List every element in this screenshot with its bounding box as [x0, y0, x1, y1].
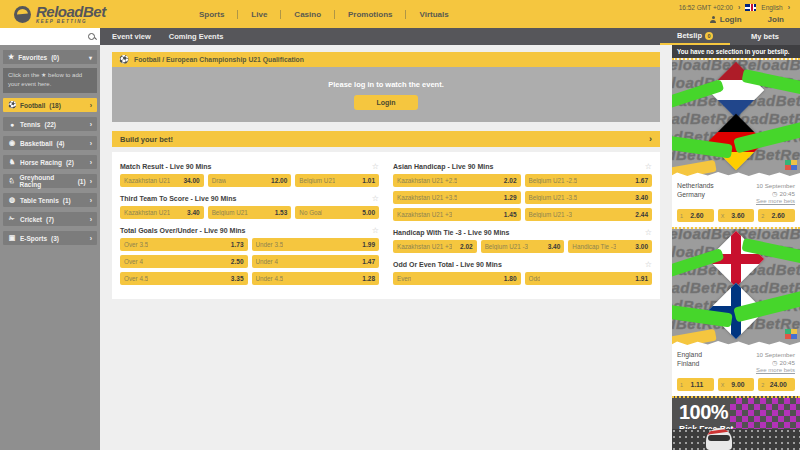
chevron-right-icon: ›	[90, 178, 92, 185]
selection-odds: 2.02	[456, 243, 473, 250]
odds-row: Kazakhstan U2134.00Draw12.00Belgium U211…	[120, 174, 379, 187]
odds-button[interactable]: Under 4.51.28	[252, 272, 380, 285]
promo-odds-button[interactable]: 11.11	[677, 378, 714, 391]
odds-button[interactable]: Kazakhstan U21 +31.45	[393, 208, 521, 221]
tab-event-view[interactable]: Event view	[112, 32, 151, 41]
odds-button[interactable]: Even1.80	[393, 272, 521, 285]
tab-coming-events[interactable]: Coming Events	[169, 32, 224, 41]
odds-button[interactable]: Kazakhstan U21 +32.02	[393, 240, 477, 253]
sidebar-item-basketball[interactable]: ◉Basketball(4)›	[3, 136, 97, 150]
join-button[interactable]: Join	[768, 15, 784, 24]
sidebar-item-greyhound-racing[interactable]: ♘Greyhound Racing(1)›	[3, 174, 97, 188]
odds-button[interactable]: Belgium U21 -32.44	[525, 208, 653, 221]
tab-betslip[interactable]: Betslip 0	[660, 28, 730, 45]
selection-odds: 1.29	[500, 194, 517, 201]
checker-pattern	[730, 398, 800, 432]
favorite-star-icon[interactable]: ☆	[645, 228, 652, 237]
odds-value: 1.11	[683, 381, 711, 388]
promo-odds-button[interactable]: X9.00	[718, 378, 755, 391]
nav-item-sports[interactable]: Sports	[186, 10, 238, 19]
odds-row: Kazakhstan U21 +3.51.29Belgium U21 -3.53…	[393, 191, 652, 204]
selection-odds: 2.02	[500, 177, 517, 184]
search-icon[interactable]	[88, 33, 96, 41]
selection-odds: 3.00	[631, 243, 648, 250]
odds-button[interactable]: Odd1.91	[525, 272, 653, 285]
clock-time[interactable]: 16:52 GMT +02:00	[679, 4, 733, 11]
odds-button[interactable]: Kazakhstan U213.40	[120, 206, 204, 219]
promo-odds-button[interactable]: X3.60	[718, 209, 755, 222]
odds-button[interactable]: Kazakhstan U2134.00	[120, 174, 204, 187]
favorite-star-icon[interactable]: ☆	[372, 194, 379, 203]
odds-button[interactable]: No Goal5.00	[295, 206, 379, 219]
promo-odds-row: 12.60X3.6022.60	[672, 206, 800, 227]
favorite-star-icon[interactable]: ☆	[645, 162, 652, 171]
nav-item-live[interactable]: Live	[238, 10, 281, 19]
odds-button[interactable]: Belgium U21 -3.53.40	[525, 191, 653, 204]
logo[interactable]: ReloadBet KEEP BETTING	[0, 4, 186, 25]
odds-button[interactable]: Under 3.51.99	[252, 238, 380, 251]
search-input[interactable]	[4, 33, 88, 40]
chevron-right-icon: ›	[90, 235, 92, 242]
odds-button[interactable]: Belgium U21 -33.40	[481, 240, 565, 253]
favorites-hint: Click on the ★ below to add your event h…	[3, 68, 97, 93]
odds-button[interactable]: Handicap Tie -33.00	[568, 240, 652, 253]
sidebar-item-horse-racing[interactable]: ♞Horse Racing(2)›	[3, 155, 97, 169]
login-button[interactable]: Login	[710, 15, 742, 24]
match-meta: 10 September◷20:45See more bets	[756, 182, 795, 204]
away-team-name: Finland	[677, 360, 702, 367]
nav-item-casino[interactable]: Casino	[281, 10, 335, 19]
risk-free-bet-banner[interactable]: 100% Risk Free Bet	[672, 396, 800, 450]
markets-column-right: Asian Handicap - Live 90 Mins☆Kazakhstan…	[393, 156, 652, 289]
promo-odds-button[interactable]: 12.60	[677, 209, 714, 222]
odds-button[interactable]: Over 42.50	[120, 255, 248, 268]
odds-button[interactable]: Belgium U21 -2.51.67	[525, 174, 653, 187]
odds-row: Kazakhstan U21 +32.02Belgium U21 -33.40H…	[393, 240, 652, 253]
odds-button[interactable]: Kazakhstan U21 +2.52.02	[393, 174, 521, 187]
see-more-bets-link[interactable]: See more bets	[756, 367, 795, 373]
sidebar-item-e-sports[interactable]: ▣E-Sports(3)›	[3, 231, 97, 245]
odds-button[interactable]: Belgium U211.01	[295, 174, 379, 187]
selection-label: Belgium U21 -3	[485, 243, 528, 250]
favorite-star-icon[interactable]: ☆	[645, 260, 652, 269]
odds-row: Over 42.50Under 41.47	[120, 255, 379, 268]
video-login-button[interactable]: Login	[354, 95, 417, 110]
odds-button[interactable]: Belgium U211.53	[208, 206, 292, 219]
sidebar-item-cricket[interactable]: ✁Cricket(7)›	[3, 212, 97, 226]
odds-row: Kazakhstan U21 +2.52.02Belgium U21 -2.51…	[393, 174, 652, 187]
promo-odds-button[interactable]: 224.00	[758, 378, 795, 391]
odds-button[interactable]: Under 41.47	[252, 255, 380, 268]
market-title: Total Goals Over/Under - Live 90 Mins	[120, 227, 246, 234]
language-selector[interactable]: English	[761, 4, 782, 11]
odds-button[interactable]: Over 3.51.73	[120, 238, 248, 251]
odds-value: 2.60	[764, 212, 792, 219]
sidebar-item-favorites[interactable]: ★ Favorites (0) ▾	[3, 50, 97, 64]
odds-button[interactable]: Draw12.00	[208, 174, 292, 187]
home-team-name: Netherlands	[677, 182, 714, 189]
sidebar-item-table-tennis[interactable]: ◍Table Tennis(1)›	[3, 193, 97, 207]
sidebar-item-count: (18)	[49, 102, 61, 109]
favorite-star-icon[interactable]: ☆	[372, 162, 379, 171]
tab-my-bets[interactable]: My bets	[730, 28, 800, 45]
selection-label: No Goal	[299, 209, 322, 216]
nav-item-promotions[interactable]: Promotions	[335, 10, 406, 19]
promo-odds-button[interactable]: 22.60	[758, 209, 795, 222]
sidebar-item-label: Football	[20, 102, 45, 109]
selection-label: Over 3.5	[124, 241, 148, 248]
see-more-bets-link[interactable]: See more bets	[756, 198, 795, 204]
odds-row: Kazakhstan U21 +31.45Belgium U21 -32.44	[393, 208, 652, 221]
selection-label: Belgium U21	[299, 177, 335, 184]
promo-match-info: EnglandFinland10 September◷20:45See more…	[672, 347, 800, 375]
video-placeholder: Please log in to watch the event. Login	[112, 67, 660, 122]
favorite-star-icon[interactable]: ☆	[372, 226, 379, 235]
sidebar-item-label: Basketball	[20, 140, 53, 147]
build-your-bet-bar[interactable]: Build your bet! ›	[112, 131, 660, 147]
odds-button[interactable]: Over 4.53.35	[120, 272, 248, 285]
football-icon: ⚽	[119, 55, 129, 64]
match-teams: EnglandFinland	[677, 351, 702, 373]
nav-item-virtuals[interactable]: Virtuals	[406, 10, 461, 19]
odds-button[interactable]: Kazakhstan U21 +3.51.29	[393, 191, 521, 204]
selection-odds: 1.47	[358, 258, 375, 265]
chevron-right-icon: ›	[90, 216, 92, 223]
sidebar-item-tennis[interactable]: ●Tennis(22)›	[3, 117, 97, 131]
sidebar-item-football[interactable]: ⚽Football(18)›	[3, 98, 97, 112]
